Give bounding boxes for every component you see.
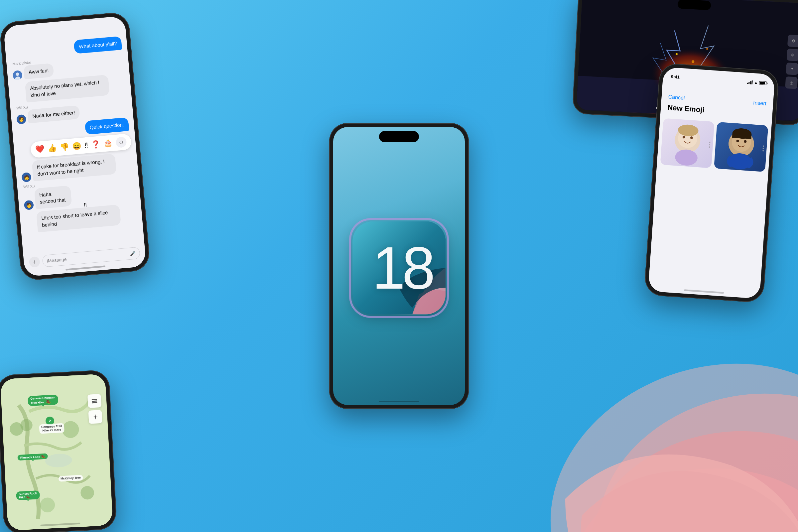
signal-bar-3 xyxy=(750,81,752,84)
signal-bar-1 xyxy=(747,82,748,84)
emoji-cancel-label[interactable]: Cancel xyxy=(668,94,685,101)
emoji-thumbsup[interactable]: 👍 xyxy=(47,144,57,153)
maps-iphone: General ShermanTree Hike 🥾 2 Congress Tr… xyxy=(0,369,117,532)
emoji-exclaim[interactable]: ‼️ xyxy=(84,141,89,150)
status-time: 9:41 xyxy=(671,74,680,80)
reaction-exclaim: ‼️ xyxy=(83,202,87,209)
signal-bar-2 xyxy=(748,82,749,84)
map-label-congress: Congress TrailHike +1 more xyxy=(39,423,64,434)
msg-bubble-lifeshort: Life's too short to leave a slice behind xyxy=(36,205,121,232)
emoji-more-btn[interactable]: ☺ xyxy=(115,136,127,148)
message-plus-button[interactable]: + xyxy=(29,256,41,268)
messages-screen: What about y'all? Mark Disler Aww fun! A… xyxy=(3,16,146,277)
avatar-mark xyxy=(13,70,23,80)
emoji-insert-label[interactable]: Insert xyxy=(753,100,766,107)
msg-bubble-quickq: Quick question: xyxy=(84,117,129,135)
map-badge-count: 2 xyxy=(49,419,51,423)
game-btn-3[interactable]: ✦ xyxy=(786,62,798,75)
msg-bubble-haha: Haha second that xyxy=(34,186,72,209)
avatar-cake: 🧑 xyxy=(21,172,31,182)
center-screen: 18 xyxy=(333,127,465,405)
msg-wrapper-haha: Haha second that ‼️ xyxy=(34,184,84,209)
battery-fill xyxy=(760,81,765,84)
message-placeholder: iMessage xyxy=(46,256,67,263)
msg-bubble-sent-1: What about y'all? xyxy=(74,36,122,54)
emoji-question[interactable]: ❓ xyxy=(91,140,101,149)
dynamic-island xyxy=(379,131,419,142)
home-indicator xyxy=(379,401,419,402)
map-controls xyxy=(88,394,102,424)
game-btn-4[interactable]: ◎ xyxy=(785,76,798,89)
center-iphone: 18 xyxy=(329,123,469,409)
msg-bubble-cake: If cake for breakfast is wrong, I don't … xyxy=(32,154,116,182)
msg-bubble-noplans: Absolutely no plans yet, which I kind of… xyxy=(25,75,110,103)
map-pin-sherman: General ShermanTree Hike 🥾 xyxy=(27,395,58,406)
game-btn-2[interactable]: ⊕ xyxy=(787,49,798,61)
emoji-heart[interactable]: ❤️ xyxy=(35,145,44,154)
pink-wave-decoration xyxy=(499,299,798,532)
wifi-icon: ▲ xyxy=(754,80,758,85)
svg-rect-43 xyxy=(92,402,97,403)
messages-container: What about y'all? Mark Disler Aww fun! A… xyxy=(3,16,146,277)
map-pin-sunset: Sunset RockHike 🥾 xyxy=(16,491,40,500)
game-dynamic-island xyxy=(678,0,711,10)
map-location-btn[interactable] xyxy=(89,410,102,424)
battery-icon xyxy=(759,81,767,85)
maps-screen: General ShermanTree Hike 🥾 2 Congress Tr… xyxy=(0,374,113,531)
avatar-will-2: 🧑 xyxy=(24,200,34,210)
emoji-thumbsdown[interactable]: 👎 xyxy=(59,142,69,152)
emoji-card-2[interactable] xyxy=(714,122,768,172)
signal-bars xyxy=(747,80,753,84)
emoji-card-1[interactable] xyxy=(660,118,714,168)
svg-text:🧑: 🧑 xyxy=(18,116,25,123)
game-btn-1[interactable]: ⚙ xyxy=(787,35,798,47)
emoji-haha[interactable]: 😄 xyxy=(72,141,81,151)
msg-bubble-mark-1: Aww fun! xyxy=(23,63,54,79)
ios18-number: 18 xyxy=(372,238,432,298)
messages-iphone: What about y'all? Mark Disler Aww fun! A… xyxy=(0,11,151,281)
svg-rect-41 xyxy=(92,399,97,400)
map-layers-btn[interactable] xyxy=(88,394,101,408)
signal-bar-4 xyxy=(752,80,753,84)
emoji-grid[interactable] xyxy=(648,115,772,299)
svg-point-26 xyxy=(674,149,698,166)
svg-text:🧑: 🧑 xyxy=(26,203,32,209)
emoji-iphone: 9:41 ▲ Cancel Insert xyxy=(644,62,779,303)
emoji-cake[interactable]: 🎂 xyxy=(103,139,113,148)
ios18-icon: 18 xyxy=(353,222,445,315)
map-display: General ShermanTree Hike 🥾 2 Congress Tr… xyxy=(0,374,113,531)
svg-text:🧑: 🧑 xyxy=(23,174,30,181)
microphone-icon: 🎤 xyxy=(130,250,136,256)
emoji-panel: Cancel Insert New Emoji xyxy=(648,67,775,299)
svg-rect-42 xyxy=(92,400,97,402)
avatar-will: 🧑 xyxy=(16,114,26,125)
emoji-screen: 9:41 ▲ Cancel Insert xyxy=(648,67,775,299)
